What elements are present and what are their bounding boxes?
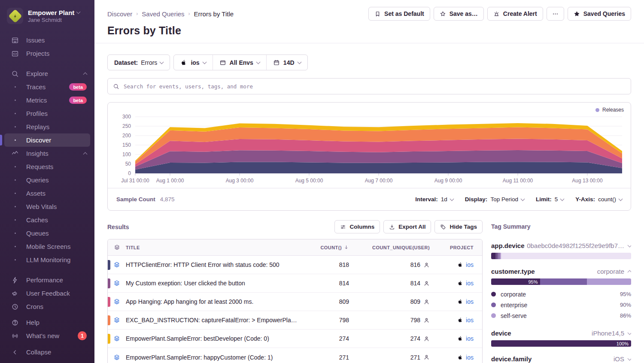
environment-filter[interactable]: All Envs <box>213 55 266 70</box>
button-label: Columns <box>349 224 374 230</box>
sidebar-item-caches[interactable]: Caches <box>4 213 90 227</box>
table-row[interactable]: EXC_BAD_INSTRUCTION: captureFatalError: … <box>108 311 482 330</box>
sidebar-item-discover[interactable]: Discover <box>4 133 90 147</box>
dataset-dropdown[interactable]: Dataset: Errors <box>107 54 170 70</box>
sidebar-item-label: Crons <box>26 303 43 310</box>
sidebar-item-llm-monitoring[interactable]: LLM Monitoring <box>4 253 90 266</box>
sidebar-item-whats-new[interactable]: What's new1 <box>4 329 90 342</box>
column-header-count[interactable]: COUNT() <box>304 245 349 250</box>
breadcrumb-discover[interactable]: Discover <box>107 10 132 18</box>
sidebar-item-replays[interactable]: Replays <box>4 120 90 133</box>
error-title[interactable]: App Hanging: App hanging for at least 20… <box>126 298 304 305</box>
collapse-label: Collapse <box>26 348 51 356</box>
table-row[interactable]: HTTPClientError: HTTP Client Error with … <box>108 256 482 274</box>
column-header-project[interactable]: PROJECT <box>430 245 482 250</box>
table-row[interactable]: App Hanging: App hanging for at least 20… <box>108 293 482 311</box>
tag-breakdown-item[interactable]: corporate95% <box>491 289 631 299</box>
project-filter[interactable]: ios <box>174 55 212 70</box>
project-link[interactable]: ios <box>466 354 474 361</box>
sidebar-item-insights[interactable]: Insights <box>4 147 90 160</box>
create-alert-button[interactable]: Create Alert <box>487 7 543 21</box>
display-dropdown[interactable]: Display:Top Period <box>465 196 524 203</box>
sidebar-item-issues[interactable]: Issues <box>4 33 90 47</box>
tag-summary-sections: app.device0baebc0de4982f1255f2e9e9fb7…cu… <box>491 242 631 363</box>
apple-icon <box>457 262 463 268</box>
chevron-down-icon <box>297 60 301 64</box>
sidebar-item-performance[interactable]: Performance <box>4 273 90 287</box>
table-row[interactable]: EmpowerPlant.SampleError: happyCustomer … <box>108 348 482 363</box>
error-title[interactable]: My Custom exeption: User clicked the but… <box>126 280 304 287</box>
event-stack-cell[interactable] <box>108 298 126 305</box>
sidebar-item-queries[interactable]: Queries <box>4 173 90 187</box>
columns-button[interactable]: Columns <box>334 220 380 233</box>
limit-dropdown[interactable]: Limit:5 <box>536 196 564 203</box>
event-stack-cell[interactable] <box>108 354 126 361</box>
tag-section-header[interactable]: device.familyiOS <box>491 355 631 363</box>
sidebar-item-queues[interactable]: Queues <box>4 227 90 240</box>
page-title: Errors by Title <box>107 24 631 37</box>
button-label: Create Alert <box>503 10 537 17</box>
control-value: 1d <box>441 196 447 203</box>
event-stack-cell[interactable] <box>108 261 126 268</box>
tag-breakdown-item[interactable]: self-serve86% <box>491 310 631 321</box>
chart-legend[interactable]: Releases <box>115 106 624 113</box>
tag-section-header[interactable]: app.device0baebc0de4982f1255f2e9e9fb7… <box>491 242 631 249</box>
chevron-down-icon <box>628 356 631 360</box>
more-button[interactable] <box>547 7 564 21</box>
error-title[interactable]: EXC_BAD_INSTRUCTION: captureFatalError: … <box>126 317 304 324</box>
sidebar-item-projects[interactable]: Projects <box>4 47 90 60</box>
hide-tags-button[interactable]: Hide Tags <box>434 220 483 233</box>
sidebar-item-explore[interactable]: Explore <box>4 67 90 80</box>
sidebar-item-traces[interactable]: Tracesbeta <box>4 80 90 94</box>
sort-down-icon <box>343 245 349 250</box>
column-header-count-unique[interactable]: COUNT_UNIQUE(USER) <box>349 245 430 250</box>
sidebar-item-user-feedback[interactable]: User Feedback <box>4 287 90 300</box>
event-stack-cell[interactable] <box>108 335 126 342</box>
search-input[interactable] <box>124 83 626 90</box>
error-title[interactable]: HTTPClientError: HTTP Client Error with … <box>126 261 304 268</box>
app-root: Empower Plant Jane Schmidt IssuesProject… <box>0 0 644 363</box>
sidebar-item-mobile-screens[interactable]: Mobile Screens <box>4 240 90 253</box>
tag-section-header[interactable]: deviceiPhone14,5 <box>491 330 631 337</box>
tag-section-header[interactable]: customer.typecorporate <box>491 268 631 275</box>
project-link[interactable]: ios <box>466 317 474 324</box>
interval-dropdown[interactable]: Interval:1d <box>415 196 453 203</box>
sidebar-item-assets[interactable]: Assets <box>4 187 90 200</box>
project-link[interactable]: ios <box>466 298 474 305</box>
sidebar-item-help[interactable]: Help <box>4 316 90 329</box>
sidebar-item-requests[interactable]: Requests <box>4 160 90 173</box>
table-row[interactable]: My Custom exeption: User clicked the but… <box>108 274 482 293</box>
chevron-down-icon <box>256 60 260 64</box>
column-header-title[interactable]: TITLE <box>126 245 304 250</box>
breadcrumb-saved-queries[interactable]: Saved Queries <box>142 10 184 18</box>
svg-text:250: 250 <box>122 123 131 129</box>
error-title[interactable]: EmpowerPlant.SampleError: happyCustomer … <box>126 354 304 361</box>
count-unique-value: 274 <box>410 335 420 342</box>
event-stack-cell[interactable] <box>108 317 126 324</box>
sidebar-item-crons[interactable]: Crons <box>4 300 90 313</box>
control-value: 5 <box>555 196 558 203</box>
project-link[interactable]: ios <box>466 280 474 287</box>
date-range-filter[interactable]: 14D <box>266 55 307 70</box>
count-unique-cell: 798 <box>349 317 430 324</box>
sidebar-item-web-vitals[interactable]: Web Vitals <box>4 200 90 213</box>
org-switcher[interactable]: Empower Plant Jane Schmidt <box>0 0 94 30</box>
apple-icon <box>457 354 463 360</box>
error-title[interactable]: EmpowerPlant.SampleError: bestDeveloper … <box>126 335 304 342</box>
tag-breakdown-item[interactable]: enterprise90% <box>491 299 631 310</box>
project-link[interactable]: ios <box>466 335 474 342</box>
sidebar-collapse-button[interactable]: Collapse <box>4 345 90 359</box>
control-label: Display: <box>465 196 488 203</box>
y-axis-dropdown[interactable]: Y-Axis:count() <box>575 196 622 203</box>
event-stack-cell[interactable] <box>108 280 126 287</box>
table-row[interactable]: EmpowerPlant.SampleError: bestDeveloper … <box>108 330 482 348</box>
sidebar-item-profiles[interactable]: Profiles <box>4 107 90 120</box>
count-value: 809 <box>304 298 349 305</box>
project-link[interactable]: ios <box>466 261 474 268</box>
control-label: Limit: <box>536 196 552 203</box>
set-as-default-button[interactable]: Set as Default <box>368 7 430 21</box>
sidebar-item-metrics[interactable]: Metricsbeta <box>4 94 90 107</box>
saved-queries-button[interactable]: Saved Queries <box>568 7 631 21</box>
save-as-button[interactable]: Save as… <box>434 7 484 21</box>
export-all-button[interactable]: Export All <box>383 220 431 233</box>
